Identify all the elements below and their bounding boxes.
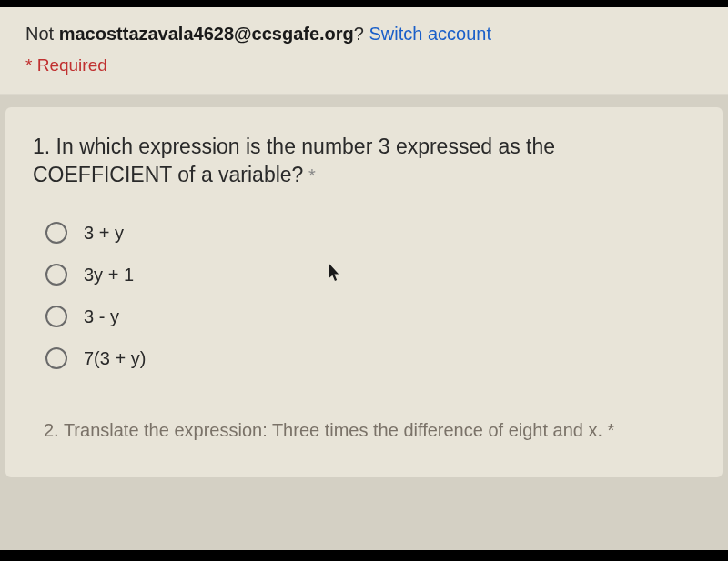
bottom-black-bar bbox=[0, 550, 728, 561]
radio-icon bbox=[46, 306, 67, 327]
question-mark: ? bbox=[354, 24, 369, 44]
question-1-card: 1. In which expression is the number 3 e… bbox=[5, 107, 723, 477]
question-2-preview: 2. Translate the expression: Three times… bbox=[33, 420, 695, 441]
option-label: 3 - y bbox=[84, 306, 119, 327]
option-3[interactable]: 7(3 + y) bbox=[46, 347, 695, 369]
top-black-bar bbox=[0, 0, 728, 7]
radio-icon bbox=[46, 347, 67, 369]
question-body: In which expression is the number 3 expr… bbox=[33, 135, 555, 186]
option-2[interactable]: 3 - y bbox=[46, 306, 695, 327]
required-label: Required bbox=[37, 55, 107, 75]
form-header-card: Not macosttazavala4628@ccsgafe.org? Swit… bbox=[0, 7, 728, 95]
radio-icon bbox=[46, 264, 67, 286]
account-email: macosttazavala4628@ccsgafe.org bbox=[59, 24, 354, 44]
question-1-text: 1. In which expression is the number 3 e… bbox=[33, 133, 695, 189]
required-asterisk: * bbox=[25, 55, 37, 75]
option-1[interactable]: 3y + 1 bbox=[46, 264, 695, 286]
required-indicator: * Required bbox=[25, 55, 703, 75]
question-1-options: 3 + y 3y + 1 3 - y 7(3 + y) bbox=[33, 222, 695, 369]
account-switch-line: Not macosttazavala4628@ccsgafe.org? Swit… bbox=[25, 24, 703, 45]
option-label: 3 + y bbox=[84, 223, 124, 244]
question-number: 1. bbox=[33, 135, 56, 158]
switch-account-link[interactable]: Switch account bbox=[369, 24, 492, 44]
option-label: 7(3 + y) bbox=[84, 348, 146, 369]
not-label: Not bbox=[25, 24, 59, 44]
radio-icon bbox=[46, 222, 67, 244]
option-label: 3y + 1 bbox=[84, 265, 134, 286]
question-required-mark: * bbox=[303, 165, 315, 185]
option-0[interactable]: 3 + y bbox=[46, 222, 695, 244]
